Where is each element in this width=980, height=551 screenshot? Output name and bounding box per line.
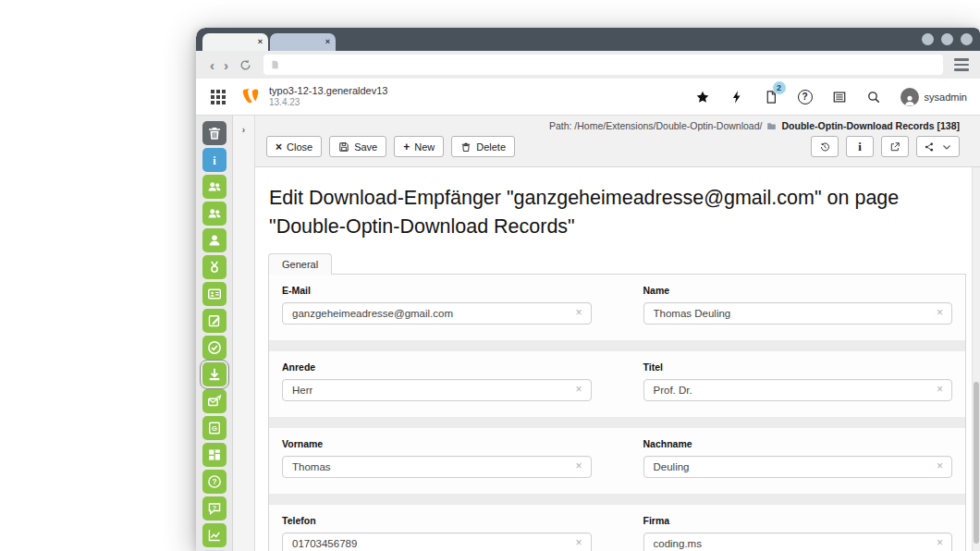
share-button[interactable] [916,136,960,157]
clear-icon[interactable]: × [575,537,582,548]
field-name: NameThomas Deuling× [643,285,953,324]
reload-icon[interactable] [239,58,252,72]
titel-input[interactable]: Prof. Dr.× [643,379,953,401]
clear-icon[interactable]: × [575,384,582,395]
bookmarks-button[interactable] [695,90,710,104]
clear-icon[interactable]: × [937,307,943,318]
module-mail-out[interactable] [202,389,227,413]
left-button-group: ×Close Save +New Delete [266,136,515,157]
module-faq[interactable] [202,496,227,520]
open-in-new-window-button[interactable] [881,136,909,157]
field-telefon: Telefon01703456789× [282,515,592,551]
browser-address-bar: ‹ › [196,51,980,79]
info-icon [206,152,223,168]
firma-input[interactable]: coding.ms× [643,533,953,551]
avatar [900,88,919,106]
plus-icon: + [403,141,410,153]
user-menu[interactable]: sysadmin [900,88,967,106]
telefon-input[interactable]: 01703456789× [282,533,592,551]
record-path-label: Double-Optin-Download Records [138] [781,120,960,131]
window-control-dot[interactable] [941,33,953,45]
back-icon[interactable]: ‹ [205,58,219,72]
clear-icon[interactable]: × [937,537,943,548]
module-user[interactable] [202,228,227,252]
module-statistics[interactable] [202,523,227,547]
user-icon [206,232,223,249]
site-name: typo3-12-13.generaldev13 13.4.23 [269,85,387,108]
field-label: Anrede [282,361,592,373]
chat-icon [206,500,223,517]
window-control-dot[interactable] [922,33,934,45]
form-row: VornameThomas×NachnameDeuling× [269,428,965,494]
field-anrede: AnredeHerr× [282,361,592,401]
module-tasks[interactable] [202,336,227,360]
right-button-group: i [811,136,960,157]
field-value: 01703456789 [292,538,357,549]
record-edit-form: Edit Download-Empfänger "ganzgeheimeadre… [255,167,980,551]
module-double-optin-download[interactable] [202,362,227,386]
site-title: typo3-12-13.generaldev13 [269,85,387,97]
open-docs-badge: 2 [773,81,786,94]
window-controls[interactable] [922,33,973,45]
module-glossary[interactable] [202,416,227,440]
browser-tab-2[interactable]: × [270,33,336,51]
browser-tab-1[interactable]: × [202,33,268,51]
history-button[interactable] [811,136,839,157]
form-rows: E-Mailganzgeheimeadresse@gmail.com×NameT… [269,275,965,551]
flush-cache-button[interactable] [729,90,744,104]
help-icon: ? [798,90,813,104]
help-button[interactable]: ? [798,90,813,104]
field-vorname: VornameThomas× [282,438,592,478]
help-icon [206,473,223,490]
module-info[interactable] [202,148,227,172]
breadcrumb: Path: /Home/Extensions/Double-Optin-Down… [266,120,960,131]
external-link-icon [889,141,900,153]
info-button[interactable]: i [846,136,874,157]
browser-tab-bar: × × [196,28,980,51]
clear-icon[interactable]: × [575,307,582,318]
trash-icon [460,141,472,153]
field-email: E-Mailganzgeheimeadresse@gmail.com× [282,285,592,324]
gbook-icon [206,420,223,436]
system-info-button[interactable] [832,90,847,104]
module-menu-icon[interactable] [211,90,226,104]
scrollbar-thumb[interactable] [974,382,979,543]
url-input[interactable] [263,55,943,75]
tab-close-icon[interactable]: × [258,35,263,48]
module-recycler[interactable] [202,121,227,145]
new-button[interactable]: +New [394,136,444,157]
pagetree-collapsed-strip: › [233,116,255,551]
tab-close-icon[interactable]: × [325,35,330,48]
module-help[interactable] [202,470,227,494]
folder-icon [766,121,778,131]
window-control-dot[interactable] [961,33,973,45]
save-button[interactable]: Save [329,136,386,157]
nachname-input[interactable]: Deuling× [643,456,953,478]
module-membership[interactable] [202,255,227,279]
module-layout-blocks[interactable] [202,443,227,467]
field-label: Firma [643,515,953,526]
clear-icon[interactable]: × [575,460,582,471]
browser-menu-icon[interactable] [954,58,969,71]
delete-button[interactable]: Delete [451,136,515,157]
module-frontend-users[interactable] [202,175,227,199]
blocks-icon [206,447,223,463]
expand-pagetree-icon[interactable]: › [239,125,249,135]
anrede-input[interactable]: Herr× [282,379,592,401]
module-address-book[interactable] [202,282,227,306]
module-form-editor[interactable] [202,309,227,333]
email-input[interactable]: ganzgeheimeadresse@gmail.com× [282,302,592,324]
tab-general[interactable]: General [268,253,332,275]
content-scrollbar[interactable] [972,167,980,551]
name-input[interactable]: Thomas Deuling× [643,302,953,324]
vorname-input[interactable]: Thomas× [282,456,592,478]
search-button[interactable] [866,90,881,104]
clear-icon[interactable]: × [937,460,943,471]
forward-icon[interactable]: › [219,58,233,72]
close-button[interactable]: ×Close [266,136,322,157]
clear-icon[interactable]: × [937,384,943,395]
main-content-area: Path: /Home/Extensions/Double-Optin-Down… [255,116,980,551]
medal-icon [206,259,223,276]
opened-documents-button[interactable]: 2 [764,90,778,104]
module-frontend-groups[interactable] [202,202,227,226]
